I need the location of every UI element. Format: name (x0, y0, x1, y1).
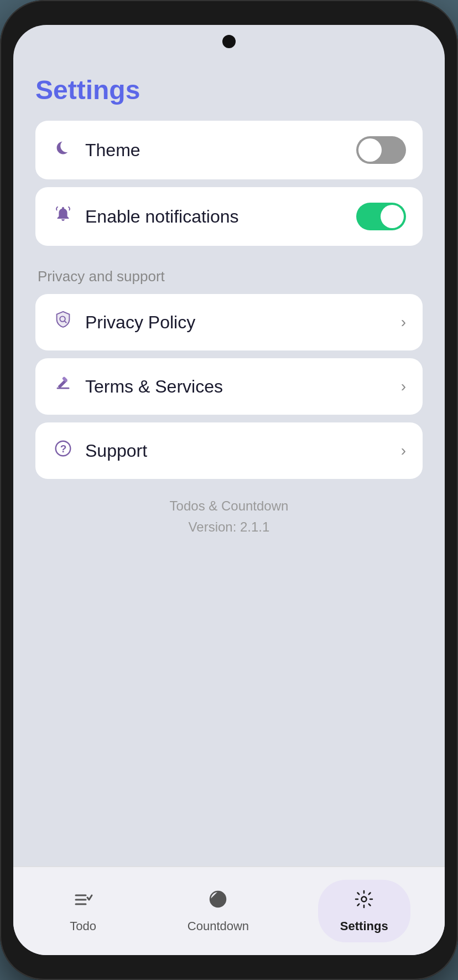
theme-setting-row[interactable]: Theme (35, 121, 423, 179)
privacy-policy-chevron: › (401, 313, 406, 331)
terms-services-left: Terms & Services (52, 374, 223, 399)
bottom-nav: Todo Countdown (13, 866, 445, 955)
app-version-info: Todos & Countdown Version: 2.1.1 (35, 496, 423, 538)
svg-text:?: ? (60, 443, 67, 455)
nav-item-todo[interactable]: Todo (48, 880, 118, 942)
terms-services-chevron: › (401, 378, 406, 395)
camera-notch (222, 35, 236, 48)
privacy-policy-left: Privacy Policy (52, 310, 195, 335)
app-version: Version: 2.1.1 (35, 517, 423, 538)
page-title: Settings (35, 75, 423, 105)
notifications-toggle-knob (381, 205, 404, 228)
support-icon: ? (52, 438, 74, 463)
privacy-policy-row[interactable]: Privacy Policy › (35, 294, 423, 350)
theme-label: Theme (85, 140, 140, 161)
nav-item-settings[interactable]: Settings (318, 880, 410, 942)
notifications-setting-row[interactable]: Enable notifications (35, 187, 423, 246)
app-name: Todos & Countdown (35, 496, 423, 517)
theme-toggle[interactable] (356, 136, 406, 164)
theme-toggle-knob (358, 138, 382, 162)
theme-icon (52, 137, 74, 163)
terms-services-icon (52, 374, 74, 399)
settings-nav-icon (353, 889, 374, 915)
phone-screen: Settings Theme (13, 25, 445, 955)
screen-content: Settings Theme (13, 58, 445, 866)
notifications-setting-left: Enable notifications (52, 204, 239, 229)
countdown-nav-icon (207, 889, 228, 915)
settings-nav-label: Settings (340, 919, 388, 933)
support-row[interactable]: ? Support › (35, 422, 423, 479)
notifications-icon (52, 204, 74, 229)
support-left: ? Support (52, 438, 147, 463)
privacy-policy-icon (52, 310, 74, 335)
support-label: Support (85, 441, 147, 461)
privacy-section-header: Privacy and support (35, 268, 423, 285)
privacy-policy-label: Privacy Policy (85, 312, 195, 333)
terms-services-label: Terms & Services (85, 376, 223, 397)
notifications-label: Enable notifications (85, 207, 239, 227)
svg-point-9 (362, 897, 367, 902)
terms-services-row[interactable]: Terms & Services › (35, 358, 423, 415)
notifications-toggle[interactable] (356, 203, 406, 230)
theme-setting-left: Theme (52, 137, 140, 163)
nav-item-countdown[interactable]: Countdown (165, 880, 271, 942)
countdown-nav-label: Countdown (188, 919, 249, 933)
todo-nav-icon (72, 889, 93, 915)
svg-rect-1 (57, 388, 70, 389)
settings-list: Theme (35, 121, 423, 246)
phone-frame: Settings Theme (0, 0, 458, 980)
support-chevron: › (401, 442, 406, 460)
todo-nav-label: Todo (70, 919, 96, 933)
